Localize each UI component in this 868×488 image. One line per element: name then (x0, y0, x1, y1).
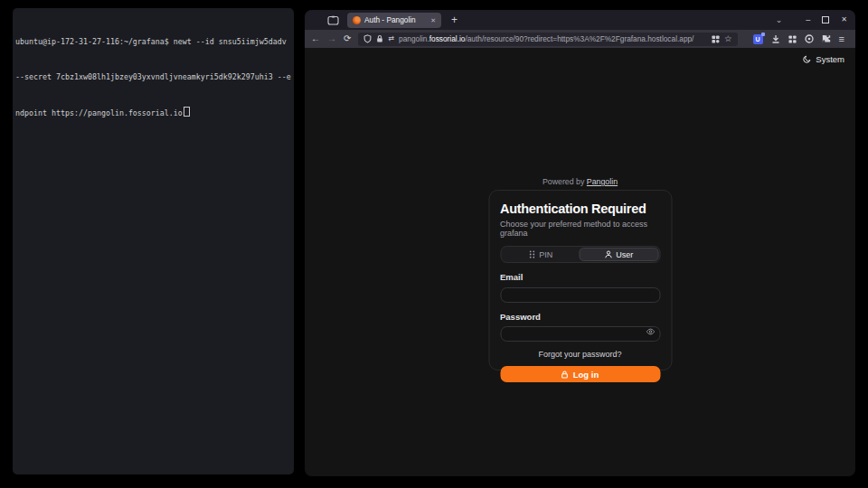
moon-icon (803, 55, 811, 63)
window-controls: – ✕ (806, 16, 847, 24)
page-content: System Powered by Pangolin Authenticatio… (305, 48, 855, 476)
bookmark-star-icon[interactable]: ☆ (724, 34, 732, 43)
pangolin-link[interactable]: Pangolin (587, 177, 618, 186)
password-label: Password (500, 312, 660, 322)
circle-extension-icon[interactable] (805, 34, 814, 43)
tracking-shield-icon[interactable] (363, 34, 372, 43)
theme-toggle[interactable]: System (803, 54, 844, 64)
login-button[interactable]: Log in (500, 366, 660, 382)
tab-user[interactable]: User (580, 248, 659, 261)
tab-pin[interactable]: PIN (502, 248, 580, 261)
url-bar[interactable]: ⇄ pangolin.fossorial.io/auth/resource/90… (358, 33, 737, 46)
email-label: Email (500, 272, 660, 282)
powered-by: Powered by Pangolin (305, 177, 855, 186)
pangolin-favicon (353, 16, 361, 24)
user-icon (604, 250, 612, 258)
theme-label: System (816, 54, 844, 64)
browser-tab-auth-pangolin[interactable]: Auth - Pangolin ✕ (347, 13, 441, 28)
browser-window: Auth - Pangolin ✕ + ⌄ – ✕ ← → ⟳ (305, 10, 855, 476)
reload-button[interactable]: ⟳ (344, 34, 351, 43)
close-window-button[interactable]: ✕ (841, 16, 847, 23)
url-domain: fossorial.io (429, 34, 466, 43)
tab-strip: Auth - Pangolin ✕ + ⌄ – ✕ (305, 10, 855, 30)
hamburger-menu-icon[interactable]: ≡ (839, 34, 844, 44)
url-path: /auth/resource/90?redirect=https%3A%2F%2… (465, 34, 693, 43)
list-tabs-chevron-icon[interactable]: ⌄ (776, 16, 783, 24)
terminal-cursor (184, 107, 190, 117)
login-lock-icon (561, 371, 569, 379)
tab-close-icon[interactable]: ✕ (430, 17, 436, 23)
terminal-line: ndpoint https://pangolin.fossorial.io (15, 107, 292, 119)
containers-grid-icon[interactable] (712, 35, 720, 43)
lock-icon[interactable] (376, 34, 383, 43)
card-subtitle: Choose your preferred method to access g… (500, 220, 660, 238)
tab-title: Auth - Pangolin (364, 15, 427, 24)
minimize-button[interactable]: – (806, 16, 810, 24)
auth-card: Authentication Required Choose your pref… (488, 190, 672, 371)
show-password-eye-icon[interactable] (646, 328, 655, 335)
back-button[interactable]: ← (311, 34, 320, 43)
maximize-button[interactable] (822, 16, 829, 23)
extensions-puzzle-icon[interactable] (822, 34, 831, 43)
email-field[interactable] (500, 287, 660, 303)
terminal-line: --secret 7cbz1xw08lh1jbzey03yxvndljvneam… (15, 71, 292, 83)
grid-extension-icon[interactable] (788, 35, 797, 43)
password-field[interactable] (500, 326, 660, 342)
forward-button[interactable]: → (327, 34, 336, 43)
card-title: Authentication Required (500, 202, 660, 216)
new-tab-button[interactable]: + (451, 14, 458, 25)
extension-badge (761, 33, 765, 36)
pin-keypad-icon (528, 250, 535, 258)
terminal-window[interactable]: ubuntu@ip-172-31-27-116:~/grafana$ newt … (13, 8, 294, 474)
tab-pin-label: PIN (539, 250, 552, 259)
firefox-view-icon[interactable] (327, 15, 339, 25)
downloads-icon[interactable] (771, 34, 780, 43)
blue-extension-icon[interactable]: U (753, 34, 763, 44)
auth-method-tabs: PIN User (500, 246, 660, 263)
url-subdomain: pangolin. (399, 34, 429, 43)
url-text: pangolin.fossorial.io/auth/resource/90?r… (399, 34, 707, 43)
permissions-exchange-icon[interactable]: ⇄ (388, 35, 394, 42)
browser-toolbar: ← → ⟳ ⇄ pangolin.fossorial.io/auth/resou… (305, 30, 855, 48)
terminal-line: ubuntu@ip-172-31-27-116:~/grafana$ newt … (15, 36, 292, 48)
extension-toolbar: U (753, 34, 844, 44)
forgot-password-link[interactable]: Forgot your password? (500, 350, 660, 359)
tab-user-label: User (616, 250, 633, 259)
login-label: Log in (573, 370, 599, 380)
